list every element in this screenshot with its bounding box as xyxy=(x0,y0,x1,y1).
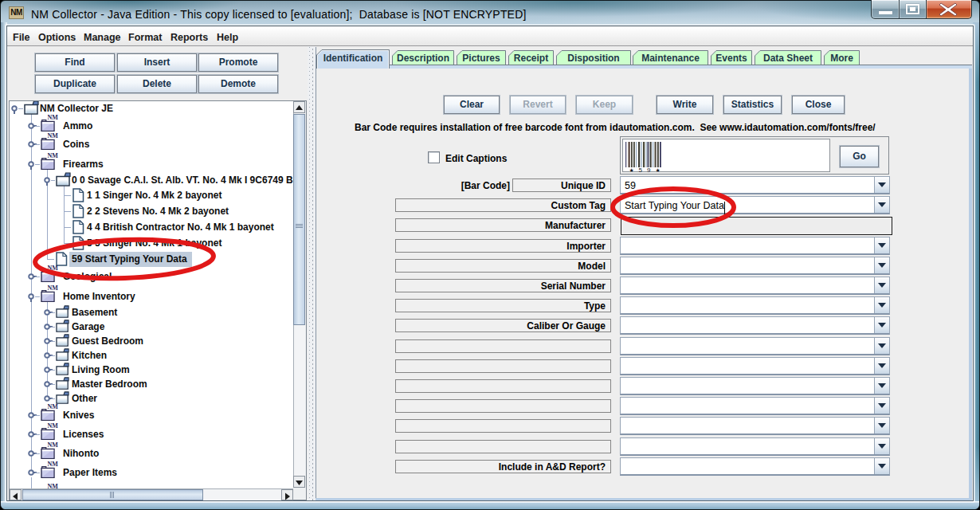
svg-text:Events: Events xyxy=(715,53,747,64)
svg-text:NM: NM xyxy=(48,114,59,121)
svg-text:Identification: Identification xyxy=(323,53,383,64)
svg-text:Description: Description xyxy=(397,53,449,64)
svg-text:Disposition: Disposition xyxy=(567,53,619,64)
svg-text:More: More xyxy=(830,53,853,64)
svg-text:Pictures: Pictures xyxy=(462,53,500,64)
svg-text:NM: NM xyxy=(48,265,59,272)
svg-text:9: 9 xyxy=(647,167,651,174)
svg-text:★: ★ xyxy=(656,167,661,173)
svg-text:NM: NM xyxy=(48,483,59,488)
svg-text:Data Sheet: Data Sheet xyxy=(763,53,813,64)
svg-text:NM: NM xyxy=(48,441,59,449)
svg-text:Maintenance: Maintenance xyxy=(641,53,700,64)
svg-text:NM: NM xyxy=(48,284,59,292)
svg-text:NM: NM xyxy=(48,422,59,430)
svg-text:Receipt: Receipt xyxy=(514,53,548,64)
svg-text:NM: NM xyxy=(48,132,59,139)
svg-text:★: ★ xyxy=(629,167,634,173)
svg-text:NM: NM xyxy=(48,152,59,159)
svg-text:5: 5 xyxy=(639,167,643,174)
svg-text:NM: NM xyxy=(48,403,59,410)
svg-text:NM: NM xyxy=(48,461,59,468)
